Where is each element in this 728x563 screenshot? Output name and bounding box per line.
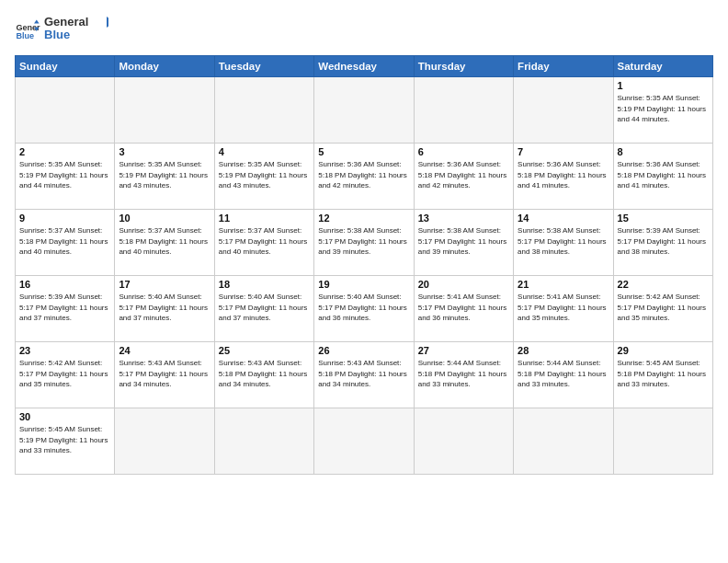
calendar-cell: 23Sunrise: 5:42 AM Sunset: 5:17 PM Dayli… <box>16 342 115 408</box>
day-number: 29 <box>618 345 709 356</box>
svg-marker-6 <box>107 17 108 28</box>
day-info: Sunrise: 5:45 AM Sunset: 5:18 PM Dayligh… <box>618 358 709 390</box>
calendar-cell: 28Sunrise: 5:44 AM Sunset: 5:18 PM Dayli… <box>514 342 613 408</box>
day-info: Sunrise: 5:37 AM Sunset: 5:18 PM Dayligh… <box>19 225 110 258</box>
svg-text:Blue: Blue <box>16 31 34 40</box>
calendar-cell: 13Sunrise: 5:38 AM Sunset: 5:17 PM Dayli… <box>414 210 513 276</box>
day-number: 27 <box>418 345 509 356</box>
week-row-1: 1Sunrise: 5:35 AM Sunset: 5:19 PM Daylig… <box>16 77 713 144</box>
day-info: Sunrise: 5:36 AM Sunset: 5:18 PM Dayligh… <box>418 159 509 191</box>
day-number: 6 <box>418 146 509 157</box>
calendar-cell <box>115 77 214 144</box>
calendar-cell: 7Sunrise: 5:36 AM Sunset: 5:18 PM Daylig… <box>514 144 613 210</box>
day-number: 18 <box>219 279 310 290</box>
day-number: 16 <box>19 279 110 290</box>
weekday-header-friday: Friday <box>514 56 613 77</box>
calendar-cell: 14Sunrise: 5:38 AM Sunset: 5:17 PM Dayli… <box>514 210 613 276</box>
weekday-header-row: SundayMondayTuesdayWednesdayThursdayFrid… <box>16 56 713 77</box>
calendar-cell <box>214 77 313 144</box>
calendar-cell: 10Sunrise: 5:37 AM Sunset: 5:18 PM Dayli… <box>115 210 214 276</box>
calendar-cell: 4Sunrise: 5:35 AM Sunset: 5:19 PM Daylig… <box>214 144 313 210</box>
calendar-cell: 20Sunrise: 5:41 AM Sunset: 5:17 PM Dayli… <box>414 276 513 342</box>
calendar-cell <box>514 77 613 144</box>
week-row-3: 9Sunrise: 5:37 AM Sunset: 5:18 PM Daylig… <box>16 210 713 276</box>
calendar-cell: 15Sunrise: 5:39 AM Sunset: 5:17 PM Dayli… <box>613 210 712 276</box>
weekday-header-tuesday: Tuesday <box>214 56 313 77</box>
week-row-5: 23Sunrise: 5:42 AM Sunset: 5:17 PM Dayli… <box>16 342 713 408</box>
day-number: 20 <box>418 279 509 290</box>
day-number: 26 <box>318 345 409 356</box>
week-row-4: 16Sunrise: 5:39 AM Sunset: 5:17 PM Dayli… <box>16 276 713 342</box>
calendar-cell: 3Sunrise: 5:35 AM Sunset: 5:19 PM Daylig… <box>115 144 214 210</box>
day-info: Sunrise: 5:35 AM Sunset: 5:19 PM Dayligh… <box>19 159 110 191</box>
svg-text:General: General <box>44 15 88 29</box>
calendar-cell: 16Sunrise: 5:39 AM Sunset: 5:17 PM Dayli… <box>16 276 115 342</box>
header: General Blue General Blue <box>15 13 713 50</box>
day-info: Sunrise: 5:42 AM Sunset: 5:17 PM Dayligh… <box>19 358 110 390</box>
day-number: 24 <box>119 345 210 356</box>
calendar-cell <box>314 77 414 144</box>
weekday-header-thursday: Thursday <box>414 56 513 77</box>
calendar-cell: 29Sunrise: 5:45 AM Sunset: 5:18 PM Dayli… <box>613 342 712 408</box>
day-number: 5 <box>318 146 409 157</box>
day-number: 15 <box>618 213 709 224</box>
week-row-6: 30Sunrise: 5:45 AM Sunset: 5:19 PM Dayli… <box>16 408 713 475</box>
day-number: 1 <box>618 80 709 91</box>
day-info: Sunrise: 5:38 AM Sunset: 5:17 PM Dayligh… <box>518 225 609 258</box>
day-info: Sunrise: 5:36 AM Sunset: 5:18 PM Dayligh… <box>618 159 709 191</box>
calendar-cell: 22Sunrise: 5:42 AM Sunset: 5:17 PM Dayli… <box>613 276 712 342</box>
calendar-cell: 26Sunrise: 5:43 AM Sunset: 5:18 PM Dayli… <box>314 342 414 408</box>
weekday-header-sunday: Sunday <box>16 56 115 77</box>
svg-marker-2 <box>34 19 40 23</box>
calendar-cell: 27Sunrise: 5:44 AM Sunset: 5:18 PM Dayli… <box>414 342 513 408</box>
day-info: Sunrise: 5:36 AM Sunset: 5:18 PM Dayligh… <box>318 159 409 191</box>
day-info: Sunrise: 5:39 AM Sunset: 5:17 PM Dayligh… <box>618 225 709 258</box>
logo: General Blue General Blue <box>15 13 108 50</box>
day-number: 19 <box>318 279 409 290</box>
calendar-cell: 5Sunrise: 5:36 AM Sunset: 5:18 PM Daylig… <box>314 144 414 210</box>
day-info: Sunrise: 5:36 AM Sunset: 5:18 PM Dayligh… <box>518 159 609 191</box>
weekday-header-saturday: Saturday <box>613 56 712 77</box>
day-info: Sunrise: 5:41 AM Sunset: 5:17 PM Dayligh… <box>518 292 609 324</box>
calendar-cell: 19Sunrise: 5:40 AM Sunset: 5:17 PM Dayli… <box>314 276 414 342</box>
day-number: 25 <box>219 345 310 356</box>
day-info: Sunrise: 5:40 AM Sunset: 5:17 PM Dayligh… <box>219 292 310 324</box>
calendar-cell <box>613 408 712 475</box>
day-number: 8 <box>618 146 709 157</box>
calendar-cell: 30Sunrise: 5:45 AM Sunset: 5:19 PM Dayli… <box>16 408 115 475</box>
day-info: Sunrise: 5:35 AM Sunset: 5:19 PM Dayligh… <box>219 159 310 191</box>
calendar-cell: 24Sunrise: 5:43 AM Sunset: 5:17 PM Dayli… <box>115 342 214 408</box>
calendar-cell: 25Sunrise: 5:43 AM Sunset: 5:18 PM Dayli… <box>214 342 313 408</box>
day-number: 10 <box>119 213 210 224</box>
day-info: Sunrise: 5:37 AM Sunset: 5:18 PM Dayligh… <box>119 225 210 258</box>
calendar-cell <box>414 408 513 475</box>
weekday-header-monday: Monday <box>115 56 214 77</box>
calendar-cell <box>16 77 115 144</box>
calendar-cell: 6Sunrise: 5:36 AM Sunset: 5:18 PM Daylig… <box>414 144 513 210</box>
calendar-cell: 11Sunrise: 5:37 AM Sunset: 5:17 PM Dayli… <box>214 210 313 276</box>
day-info: Sunrise: 5:39 AM Sunset: 5:17 PM Dayligh… <box>19 292 110 324</box>
day-info: Sunrise: 5:41 AM Sunset: 5:17 PM Dayligh… <box>418 292 509 324</box>
generalblue-logo-svg: General Blue <box>44 13 108 46</box>
day-info: Sunrise: 5:45 AM Sunset: 5:19 PM Dayligh… <box>19 424 110 456</box>
day-info: Sunrise: 5:43 AM Sunset: 5:17 PM Dayligh… <box>119 358 210 390</box>
day-info: Sunrise: 5:40 AM Sunset: 5:17 PM Dayligh… <box>318 292 409 324</box>
day-number: 30 <box>19 411 110 422</box>
calendar-cell <box>214 408 313 475</box>
day-number: 13 <box>418 213 509 224</box>
calendar-cell <box>314 408 414 475</box>
day-number: 9 <box>19 213 110 224</box>
calendar-cell: 9Sunrise: 5:37 AM Sunset: 5:18 PM Daylig… <box>16 210 115 276</box>
day-number: 4 <box>219 146 310 157</box>
day-info: Sunrise: 5:38 AM Sunset: 5:17 PM Dayligh… <box>418 225 509 258</box>
day-info: Sunrise: 5:42 AM Sunset: 5:17 PM Dayligh… <box>618 292 709 324</box>
calendar-cell: 12Sunrise: 5:38 AM Sunset: 5:17 PM Dayli… <box>314 210 414 276</box>
day-number: 12 <box>318 213 409 224</box>
day-info: Sunrise: 5:37 AM Sunset: 5:17 PM Dayligh… <box>219 225 310 258</box>
day-info: Sunrise: 5:38 AM Sunset: 5:17 PM Dayligh… <box>318 225 409 258</box>
day-number: 14 <box>518 213 609 224</box>
day-info: Sunrise: 5:44 AM Sunset: 5:18 PM Dayligh… <box>518 358 609 390</box>
day-number: 7 <box>518 146 609 157</box>
calendar-cell: 2Sunrise: 5:35 AM Sunset: 5:19 PM Daylig… <box>16 144 115 210</box>
calendar-cell: 18Sunrise: 5:40 AM Sunset: 5:17 PM Dayli… <box>214 276 313 342</box>
